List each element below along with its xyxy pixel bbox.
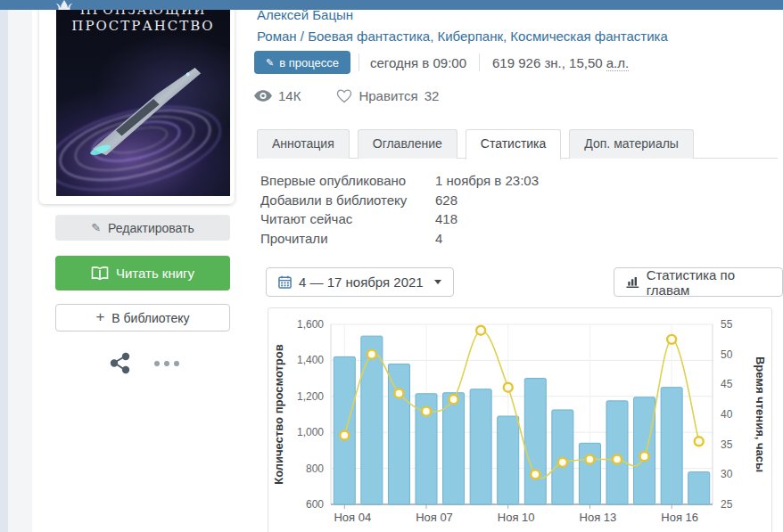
svg-text:800: 800: [306, 462, 324, 475]
date-range-picker[interactable]: 4 — 17 ноября 2021: [266, 267, 454, 297]
separator: [479, 53, 480, 71]
svg-text:55: 55: [721, 318, 733, 331]
page-left-edge: [0, 10, 8, 532]
stat-row-published: Впервые опубликовано 1 ноября в 23:03: [260, 171, 539, 191]
views-reading-time-chart: Ноя 04Ноя 07Ноя 10Ноя 13Ноя 166008001,00…: [268, 308, 771, 532]
svg-text:Ноя 13: Ноя 13: [580, 511, 617, 524]
book-page: Пронзающий Пространство ✎ Редактировать …: [0, 0, 783, 532]
date-range-label: 4 — 17 ноября 2021: [299, 274, 424, 290]
svg-text:1,000: 1,000: [297, 426, 324, 438]
likes-count: 32: [424, 88, 440, 103]
tab-annotation[interactable]: Аннотация: [257, 129, 350, 159]
more-options-icon[interactable]: [153, 359, 180, 368]
cover-title-line1: Пронзающий: [56, 10, 230, 18]
form-link[interactable]: Роман: [257, 29, 297, 44]
svg-text:600: 600: [306, 498, 324, 511]
svg-text:1,200: 1,200: [297, 390, 324, 403]
site-header-bar: [0, 0, 783, 10]
book-cover-card: Пронзающий Пространство: [39, 0, 235, 204]
svg-text:Ноя 16: Ноя 16: [661, 511, 698, 524]
views-eye-icon: [254, 90, 272, 102]
add-to-library-button[interactable]: + В библиотеку: [55, 304, 230, 331]
size-unit[interactable]: а.л.: [606, 55, 629, 71]
stat-row-reading-now: Читают сейчас 418: [260, 209, 539, 229]
bar-chart-icon: [626, 275, 639, 289]
edit-button[interactable]: ✎ Редактировать: [55, 215, 230, 241]
form-separator: /: [297, 29, 309, 44]
stat-value: 628: [435, 192, 457, 208]
heart-icon[interactable]: [336, 89, 352, 103]
views-count: 14К: [278, 88, 301, 103]
book-cover-image[interactable]: Пронзающий Пространство: [56, 10, 230, 196]
read-book-button[interactable]: Читать книгу: [55, 256, 230, 291]
stat-row-finished: Прочитали 4: [260, 229, 539, 249]
read-button-label: Читать книгу: [116, 266, 194, 281]
stat-value: 1 ноября в 23:03: [435, 173, 539, 188]
tab-statistics[interactable]: Статистика: [466, 129, 562, 160]
meta-row: ✎ в процессе сегодня в 09:00 619 926 зн.…: [254, 51, 629, 74]
genre-link-2[interactable]: Киберпанк: [437, 29, 503, 44]
library-button-label: В библиотеку: [111, 311, 189, 325]
pencil-icon: ✎: [266, 57, 274, 69]
svg-text:50: 50: [721, 348, 733, 361]
share-icon[interactable]: [110, 352, 130, 374]
like-control[interactable]: Нравится 32: [336, 88, 439, 103]
chapter-stats-button[interactable]: Статистика по главам: [614, 267, 783, 297]
engagement-row: 14К Нравится 32: [254, 88, 439, 103]
cover-vortex-art: [56, 10, 230, 196]
stat-label: Читают сейчас: [260, 211, 435, 226]
svg-text:Количество просмотров: Количество просмотров: [272, 344, 285, 484]
stat-label: Прочитали: [260, 231, 435, 246]
stat-value: 4: [435, 231, 442, 246]
page-left-gutter: [8, 10, 32, 532]
stat-row-library-adds: Добавили в библиотеку 628: [260, 191, 539, 210]
publication-stats: Впервые опубликовано 1 ноября в 23:03 До…: [260, 171, 539, 248]
genre-link-3[interactable]: Космическая фантастика: [510, 29, 667, 44]
svg-text:Ноя 04: Ноя 04: [334, 511, 371, 524]
chapter-stats-label: Статистика по главам: [647, 267, 771, 298]
svg-text:Ноя 10: Ноя 10: [498, 511, 535, 524]
cover-title-line2: Пространство: [56, 18, 230, 34]
cover-title: Пронзающий Пространство: [56, 10, 230, 34]
stat-label: Впервые опубликовано: [260, 173, 435, 188]
book-size: 619 926 зн., 15,50 а.л.: [492, 55, 629, 70]
svg-text:1,400: 1,400: [297, 354, 324, 366]
svg-text:1,600: 1,600: [297, 318, 324, 331]
edit-button-label: Редактировать: [108, 221, 194, 235]
svg-text:Время чтения, часы: Время чтения, часы: [754, 356, 767, 472]
svg-text:25: 25: [721, 498, 733, 511]
status-badge-label: в процессе: [279, 56, 339, 70]
site-logo-icon[interactable]: [49, 0, 79, 10]
open-book-icon: [91, 266, 109, 281]
likes-label: Нравится: [359, 88, 417, 103]
svg-text:40: 40: [721, 408, 733, 421]
svg-text:Ноя 07: Ноя 07: [416, 511, 453, 524]
svg-text:45: 45: [721, 378, 733, 390]
genre-link-1[interactable]: Боевая фантастика: [308, 29, 430, 44]
size-value: 619 926 зн., 15,50: [492, 55, 603, 70]
share-row: [107, 352, 214, 377]
stat-value: 418: [435, 211, 457, 226]
calendar-icon: [278, 275, 292, 289]
updated-at: сегодня в 09:00: [370, 55, 466, 70]
stat-label: Добавили в библиотеку: [260, 192, 435, 208]
svg-text:35: 35: [721, 438, 733, 451]
stats-chart-card: Ноя 04Ноя 07Ноя 10Ноя 13Ноя 166008001,00…: [268, 307, 772, 532]
tab-extra-materials[interactable]: Доп. материалы: [569, 129, 694, 159]
plus-icon: +: [95, 309, 104, 324]
pencil-icon: ✎: [91, 221, 101, 234]
tab-bar: Аннотация Оглавление Статистика Доп. мат…: [257, 129, 778, 159]
chevron-down-icon: [434, 280, 441, 284]
status-badge[interactable]: ✎ в процессе: [254, 51, 350, 74]
tab-contents[interactable]: Оглавление: [358, 129, 457, 159]
genre-line: Роман / Боевая фантастика, Киберпанк, Ко…: [257, 29, 668, 44]
svg-text:30: 30: [721, 468, 733, 480]
separator: [359, 53, 359, 71]
